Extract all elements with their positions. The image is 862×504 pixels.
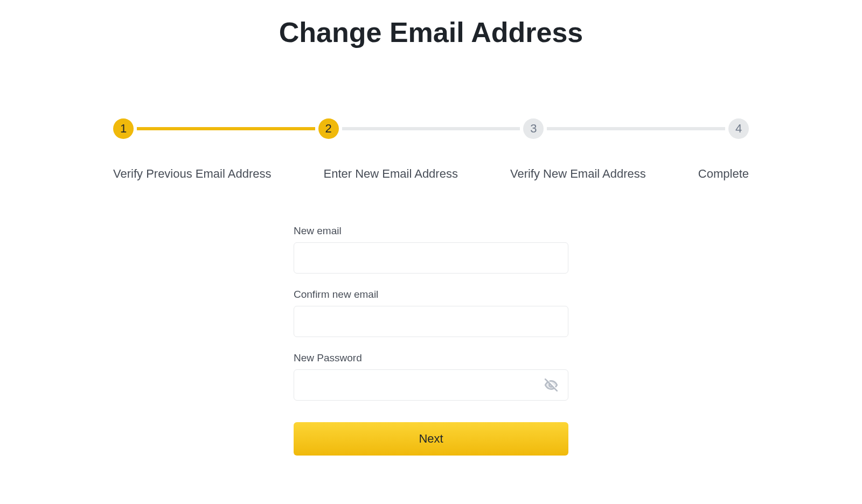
new-password-input[interactable] (294, 369, 568, 401)
next-button[interactable]: Next (294, 422, 568, 456)
step-line-2-3 (342, 127, 520, 130)
new-email-input[interactable] (294, 242, 568, 274)
confirm-email-label: Confirm new email (294, 289, 568, 300)
page-title: Change Email Address (279, 16, 583, 48)
step-label-1: Verify Previous Email Address (113, 167, 271, 181)
new-password-label: New Password (294, 352, 568, 364)
step-circle-3: 3 (523, 118, 544, 139)
step-line-1-2 (137, 127, 315, 130)
progress-stepper: 1 2 3 4 Verify Previous Email Address En… (113, 118, 749, 181)
email-change-form: New email Confirm new email New Password (294, 225, 568, 456)
step-circle-2: 2 (318, 118, 339, 139)
step-label-3: Verify New Email Address (510, 167, 646, 181)
step-line-3-4 (547, 127, 725, 130)
confirm-email-input[interactable] (294, 306, 568, 337)
step-label-4: Complete (698, 167, 749, 181)
eye-off-icon[interactable] (544, 377, 559, 393)
new-email-label: New email (294, 225, 568, 237)
step-label-2: Enter New Email Address (323, 167, 457, 181)
step-circle-1: 1 (113, 118, 134, 139)
step-circle-4: 4 (728, 118, 749, 139)
